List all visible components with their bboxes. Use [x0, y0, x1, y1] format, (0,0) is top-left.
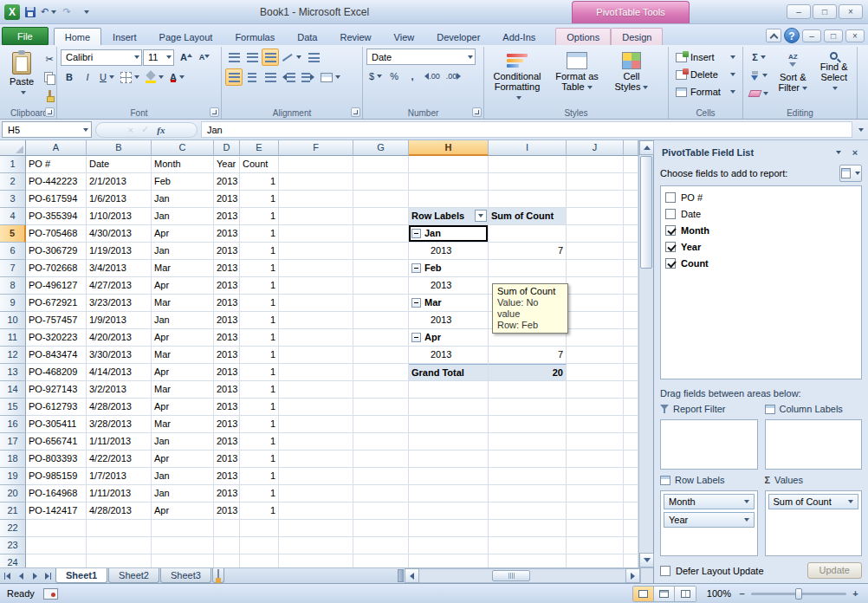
cell-I14[interactable] [489, 381, 567, 399]
cell-I22[interactable] [489, 520, 567, 537]
cell-A3[interactable]: PO-617594 [26, 191, 87, 208]
cell-A6[interactable]: PO-306729 [26, 243, 87, 260]
cell-D24[interactable] [214, 554, 240, 567]
cell-D21[interactable]: 2013 [214, 502, 240, 520]
cut-button[interactable]: ✂ [41, 50, 58, 68]
ribbon-tab-home[interactable]: Home [54, 28, 101, 45]
cell-C18[interactable]: Apr [152, 451, 214, 468]
cell-J5[interactable] [567, 225, 624, 243]
paste-button[interactable]: Paste [5, 49, 38, 106]
ribbon-tab-file[interactable]: File [2, 27, 49, 45]
cell-B9[interactable]: 3/23/2013 [87, 295, 152, 312]
cell-H2[interactable] [409, 173, 489, 191]
row-header-15[interactable]: 15 [0, 399, 26, 416]
cell-G11[interactable] [353, 329, 409, 347]
cell-D6[interactable]: 2013 [214, 243, 240, 260]
cell-A9[interactable]: PO-672921 [26, 295, 87, 312]
row-header-13[interactable]: 13 [0, 364, 26, 381]
last-sheet-button[interactable] [42, 568, 55, 583]
values-area[interactable]: Sum of Count [765, 490, 863, 556]
cell-E1[interactable]: Count [240, 156, 279, 173]
row-header-24[interactable]: 24 [0, 554, 26, 567]
cell-A11[interactable]: PO-320223 [26, 329, 87, 347]
cell-D5[interactable]: 2013 [214, 225, 240, 243]
field-item-month[interactable]: Month [663, 222, 859, 238]
column-header-d[interactable]: D [214, 140, 240, 156]
italic-button[interactable]: I [79, 68, 96, 86]
align-left-button[interactable] [225, 68, 243, 86]
row-header-7[interactable]: 7 [0, 260, 26, 277]
macro-record-button[interactable] [43, 588, 58, 600]
cell-F23[interactable] [279, 537, 353, 554]
cell-C14[interactable]: Mar [152, 381, 214, 399]
cell-G9[interactable] [353, 295, 409, 312]
cell-B19[interactable]: 1/7/2013 [87, 468, 152, 485]
cell-G14[interactable] [353, 381, 409, 399]
merge-center-button[interactable] [318, 68, 343, 86]
cell-J12[interactable] [567, 347, 624, 364]
decrease-indent-button[interactable] [280, 68, 298, 86]
field-item-date[interactable]: Date [663, 205, 859, 222]
cell-H8[interactable]: 2013 [409, 277, 489, 295]
field-checkbox-month[interactable] [665, 225, 676, 236]
collapse-ribbon-button[interactable] [766, 29, 781, 42]
cell-G3[interactable] [353, 191, 409, 208]
cell-H20[interactable] [409, 485, 489, 502]
cell-D15[interactable]: 2013 [214, 399, 240, 416]
cell-J11[interactable] [567, 329, 624, 347]
cell-J23[interactable] [567, 537, 624, 554]
undo-button[interactable]: ↶ [41, 4, 56, 19]
cell-I6[interactable]: 7 [489, 243, 567, 260]
row-header-17[interactable]: 17 [0, 433, 26, 451]
row-header-6[interactable]: 6 [0, 243, 26, 260]
first-sheet-button[interactable] [0, 568, 14, 583]
cell-D16[interactable]: 2013 [214, 416, 240, 433]
cell-H22[interactable] [409, 520, 489, 537]
cell-A15[interactable]: PO-612793 [26, 399, 87, 416]
cell-D12[interactable]: 2013 [214, 347, 240, 364]
collapse-button[interactable] [411, 263, 421, 273]
cell-E12[interactable]: 1 [240, 347, 279, 364]
cell-J18[interactable] [567, 451, 624, 468]
cell-I2[interactable] [489, 173, 567, 191]
cell-B15[interactable]: 4/28/2013 [87, 399, 152, 416]
increase-indent-button[interactable] [299, 68, 317, 86]
cell-D14[interactable]: 2013 [214, 381, 240, 399]
zoom-slider-thumb[interactable] [795, 588, 802, 600]
cell-I4[interactable]: Sum of Count [489, 208, 567, 225]
cell-E10[interactable]: 1 [240, 312, 279, 329]
cell-H9[interactable]: Mar [409, 295, 489, 312]
ribbon-tab-data[interactable]: Data [286, 28, 328, 45]
collapse-button[interactable] [411, 333, 421, 342]
horizontal-scrollbar[interactable] [405, 568, 640, 583]
align-top-button[interactable] [225, 49, 243, 66]
cell-F14[interactable] [279, 381, 353, 399]
ribbon-tab-add-ins[interactable]: Add-Ins [491, 28, 547, 45]
cell-C21[interactable]: Apr [152, 502, 214, 520]
cell-B22[interactable] [87, 520, 152, 537]
cell-E5[interactable]: 1 [240, 225, 279, 243]
cell-C1[interactable]: Month [152, 156, 214, 173]
cell-G6[interactable] [353, 243, 409, 260]
cell-C10[interactable]: Jan [152, 312, 214, 329]
cell-D18[interactable]: 2013 [214, 451, 240, 468]
cell-I1[interactable] [489, 156, 567, 173]
help-button[interactable]: ? [784, 28, 800, 43]
cell-C20[interactable]: Jan [152, 485, 214, 502]
cell-E23[interactable] [240, 537, 279, 554]
cell-A5[interactable]: PO-705468 [26, 225, 87, 243]
cell-F21[interactable] [279, 502, 353, 520]
field-item-po[interactable]: PO # [663, 189, 859, 205]
cell-A16[interactable]: PO-305411 [26, 416, 87, 433]
vertical-scrollbar[interactable] [638, 140, 653, 567]
align-bottom-button[interactable] [262, 49, 279, 66]
cell-C12[interactable]: Mar [152, 347, 214, 364]
field-checkbox-date[interactable] [665, 209, 676, 219]
cell-G24[interactable] [353, 554, 409, 567]
cell-C13[interactable]: Apr [152, 364, 214, 381]
cell-F2[interactable] [279, 173, 353, 191]
cell-J20[interactable] [567, 485, 624, 502]
cell-J16[interactable] [567, 416, 624, 433]
cell-H17[interactable] [409, 433, 489, 451]
cell-J9[interactable] [567, 295, 624, 312]
